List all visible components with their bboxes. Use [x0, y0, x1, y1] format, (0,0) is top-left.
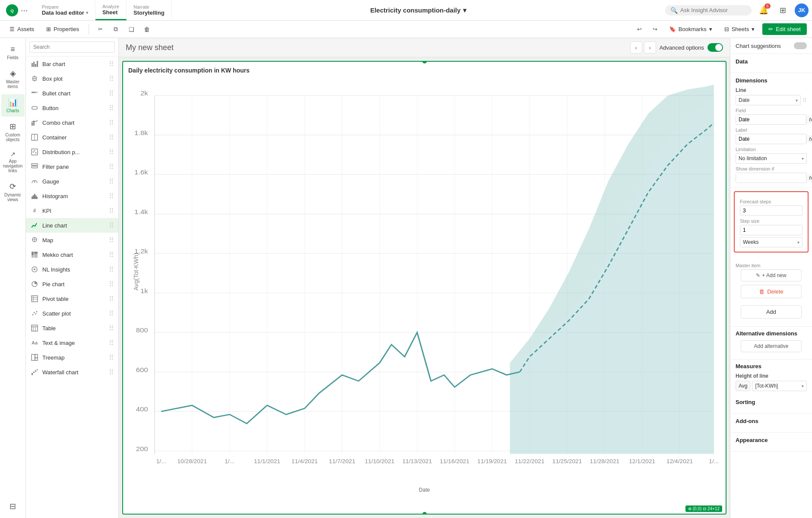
advanced-options-switch[interactable]	[707, 43, 723, 52]
copy-button[interactable]: ⧉	[110, 23, 122, 35]
distribution-plot-drag[interactable]: ⠿	[109, 148, 114, 156]
table-drag[interactable]: ⠿	[109, 324, 114, 332]
gauge-drag[interactable]: ⠿	[109, 177, 114, 186]
paste-button[interactable]: ❑	[125, 23, 137, 35]
svg-rect-2	[32, 63, 33, 67]
chart-item-filter-pane[interactable]: Filter pane ⠿	[26, 159, 118, 174]
chart-item-bullet-chart[interactable]: Bullet chart ⠿	[26, 86, 118, 101]
chart-item-box-plot[interactable]: Box plot ⠿	[26, 71, 118, 86]
nav-logo[interactable]: Q	[3, 2, 21, 19]
charts-search-input[interactable]	[29, 41, 115, 53]
chart-suggestions-toggle[interactable]	[794, 42, 807, 49]
label-fx-button[interactable]: fx	[806, 135, 812, 143]
scatter-plot-drag[interactable]: ⠿	[109, 310, 114, 318]
chart-item-pivot-table[interactable]: Pivot table ⠿	[26, 291, 118, 306]
limitation-dropdown[interactable]: No limitation ▾	[736, 153, 807, 164]
chart-item-nl-insights[interactable]: NL Insights ⠿	[26, 262, 118, 277]
advanced-options-toggle[interactable]: Advanced options	[660, 43, 723, 52]
chart-item-gauge[interactable]: Gauge ⠿	[26, 174, 118, 189]
chart-item-mekko-chart[interactable]: Mekko chart ⠿	[26, 247, 118, 262]
add-button[interactable]: Add	[741, 305, 802, 319]
nav-narrate[interactable]: Narrate Storytelling	[127, 0, 172, 20]
chart-item-histogram[interactable]: Histogram ⠿	[26, 189, 118, 203]
delete-toolbar-button[interactable]: 🗑	[141, 23, 153, 35]
text-image-drag[interactable]: ⠿	[109, 339, 114, 347]
sidebar-bottom-button[interactable]: ⊟	[1, 498, 25, 515]
add-alternative-button[interactable]: Add alternative	[741, 340, 802, 352]
pivot-table-drag[interactable]: ⠿	[109, 295, 114, 303]
chart-item-waterfall-chart[interactable]: Waterfall chart ⠿	[26, 365, 118, 379]
label-input[interactable]	[736, 134, 806, 144]
nav-analyze[interactable]: Analyze Sheet	[95, 0, 127, 20]
sidebar-item-master-items[interactable]: ◈ Master items	[1, 65, 25, 92]
chart-resize-bottom[interactable]	[422, 512, 427, 515]
chart-item-kpi[interactable]: # KPI ⠿	[26, 203, 118, 218]
weeks-dropdown[interactable]: Weeks ▾	[740, 237, 802, 247]
date-dropdown[interactable]: Date ▾	[736, 95, 801, 105]
forecast-steps-input[interactable]	[740, 205, 802, 216]
show-dimension-input[interactable]	[736, 173, 806, 183]
chart-item-distribution-plot[interactable]: Distribution p... ⠿	[26, 145, 118, 159]
field-fx-button[interactable]: fx	[806, 116, 812, 123]
chart-item-button[interactable]: Button ⠿	[26, 101, 118, 115]
insight-advisor-search[interactable]: 🔍	[665, 5, 752, 16]
box-plot-drag[interactable]: ⠿	[109, 75, 114, 83]
treemap-drag[interactable]: ⠿	[109, 354, 114, 362]
chart-item-table[interactable]: Table ⠿	[26, 321, 118, 335]
bullet-chart-drag[interactable]: ⠿	[109, 89, 114, 98]
prev-sheet-arrow[interactable]: ‹	[630, 41, 642, 54]
notifications-button[interactable]: 🔔 5	[757, 3, 771, 17]
redo-button[interactable]: ↪	[649, 23, 661, 35]
sheets-button[interactable]: ⊟ Sheets ▾	[720, 24, 759, 34]
bar-chart-drag[interactable]: ⠿	[109, 60, 114, 68]
add-new-button[interactable]: ✎ + Add new	[741, 269, 802, 281]
histogram-drag[interactable]: ⠿	[109, 192, 114, 200]
chart-item-scatter-plot[interactable]: Scatter plot ⠿	[26, 306, 118, 321]
chart-item-bar-chart[interactable]: Bar chart ⠿	[26, 57, 118, 71]
nav-prepare[interactable]: Prepare Data load editor ▾	[35, 0, 95, 20]
chart-item-treemap[interactable]: Treemap ⠿	[26, 350, 118, 365]
pie-chart-drag[interactable]: ⠿	[109, 280, 114, 288]
sidebar-item-charts[interactable]: 📊 Charts	[1, 94, 25, 117]
chart-item-combo-chart[interactable]: Combo chart ⠿	[26, 115, 118, 130]
chart-item-text-image[interactable]: Aa Text & image ⠿	[26, 335, 118, 350]
kpi-drag[interactable]: ⠿	[109, 207, 114, 215]
nav-dots-button[interactable]: ···	[21, 5, 28, 15]
cut-button[interactable]: ✂	[94, 23, 106, 35]
edit-sheet-button[interactable]: ✏ Edit sheet	[762, 23, 807, 35]
nl-insights-drag[interactable]: ⠿	[109, 265, 114, 274]
assets-button[interactable]: ☰ Assets	[5, 24, 38, 34]
chart-item-line-chart[interactable]: Line chart ⠿	[26, 218, 118, 233]
chart-item-pie-chart[interactable]: Pie chart ⠿	[26, 277, 118, 291]
apps-grid-button[interactable]: ⊞	[776, 3, 790, 17]
search-input[interactable]	[680, 7, 741, 13]
properties-button[interactable]: ⊞ Properties	[42, 24, 83, 34]
delete-button[interactable]: 🗑 Delete	[741, 285, 802, 298]
map-drag[interactable]: ⠿	[109, 236, 114, 244]
app-title[interactable]: Electricity consumption-daily ▾	[370, 6, 466, 14]
bookmarks-button[interactable]: 🔖 Bookmarks ▾	[665, 24, 717, 34]
container-drag[interactable]: ⠿	[109, 133, 114, 142]
step-size-input[interactable]	[740, 225, 802, 235]
waterfall-chart-drag[interactable]: ⠿	[109, 368, 114, 376]
line-chart-drag[interactable]: ⠿	[109, 221, 114, 230]
show-dimension-fx-button[interactable]: fx	[806, 174, 812, 182]
chart-item-container[interactable]: Container ⠿	[26, 130, 118, 145]
sidebar-item-fields[interactable]: ≡ Fields	[1, 41, 25, 63]
button-drag[interactable]: ⠿	[109, 104, 114, 112]
chart-resize-top[interactable]	[422, 61, 427, 63]
mekko-chart-drag[interactable]: ⠿	[109, 251, 114, 259]
sidebar-item-dynamic-views[interactable]: ⟳ Dynamic views	[1, 178, 25, 205]
sidebar-item-custom-objects[interactable]: ⊞ Custom objects	[1, 118, 25, 145]
measures-field-dropdown[interactable]: [Tot-KWh] ▾	[752, 381, 807, 391]
measures-agg-dropdown[interactable]: Avg	[736, 381, 750, 391]
filter-pane-drag[interactable]: ⠿	[109, 163, 114, 171]
sidebar-item-app-navigation[interactable]: ↗ App navigation links	[1, 147, 25, 177]
dimension-drag-handle[interactable]: ⠿	[802, 97, 807, 104]
next-sheet-arrow[interactable]: ›	[644, 41, 656, 54]
chart-item-map[interactable]: Map ⠿	[26, 233, 118, 247]
user-avatar[interactable]: JK	[795, 3, 809, 17]
undo-button[interactable]: ↩	[634, 23, 646, 35]
field-input[interactable]	[736, 115, 806, 124]
combo-chart-drag[interactable]: ⠿	[109, 119, 114, 127]
